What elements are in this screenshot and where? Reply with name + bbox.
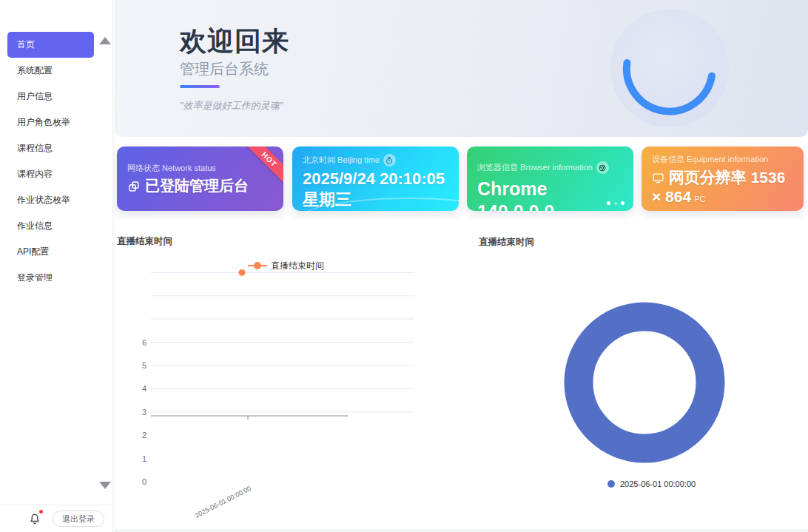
browser-info-card: 浏览器信息 Browser information Chrome 140.0.0…: [467, 147, 633, 211]
logout-button[interactable]: 退出登录: [53, 511, 104, 527]
svg-text:6: 6: [142, 338, 147, 347]
svg-text:3: 3: [142, 408, 147, 417]
welcome-banner: 欢迎回来 管理后台系统 "效率是做好工作的灵魂": [115, 0, 808, 137]
link-icon: [127, 180, 141, 193]
svg-text:1: 1: [142, 454, 147, 463]
app-root: 首页系统配置用户信息用户角色枚举课程信息课程内容作业状态枚举作业信息API配置登…: [0, 0, 808, 532]
stopwatch-icon: [383, 154, 396, 166]
device-info-label: 设备信息 Equipment information: [652, 154, 793, 165]
spinner-arc-icon: [610, 9, 729, 127]
sidebar-item-4[interactable]: 课程信息: [7, 135, 94, 161]
date-time-text: 2025/9/24 20:10:05: [303, 169, 448, 189]
svg-text:0: 0: [142, 477, 147, 486]
svg-text:直播结束时间: 直播结束时间: [271, 260, 324, 271]
sidebar-item-7[interactable]: 作业信息: [7, 213, 94, 239]
pie-chart: 直播结束时间 2025-06-01 00:00:00: [466, 229, 808, 511]
browser-version-value: Chrome 140.0.0.0: [477, 178, 623, 211]
decor-dots: [607, 201, 624, 205]
svg-text:2025-06-01 00:00:00: 2025-06-01 00:00:00: [620, 479, 696, 488]
browser-info-label: 浏览器信息 Browser information: [477, 161, 623, 174]
notification-badge: [39, 510, 43, 514]
network-status-value: 已登陆管理后台: [127, 177, 273, 195]
sidebar-menu: 首页系统配置用户信息用户角色枚举课程信息课程内容作业状态枚举作业信息API配置登…: [7, 32, 94, 291]
chrome-icon: [596, 161, 609, 174]
device-resolution-value: 网页分辨率 1536 × 864PC: [652, 168, 793, 207]
svg-text:5: 5: [142, 361, 147, 370]
title-underline: [180, 85, 220, 88]
sidebar-item-0[interactable]: 首页: [7, 32, 94, 58]
beijing-time-card: 北京时间 Beijing time 2025/9/24 20:10:05 星期三: [292, 147, 459, 211]
sidebar-item-9[interactable]: 登录管理: [7, 265, 94, 291]
page-title: 欢迎回来: [180, 24, 289, 60]
notification-bell-button[interactable]: [27, 511, 42, 526]
network-status-card: HOT 网络状态 Network status 已登陆管理后台: [117, 147, 283, 211]
browser-info-label-text: 浏览器信息 Browser information: [477, 162, 593, 173]
sidebar-item-6[interactable]: 作业状态枚举: [7, 187, 94, 213]
svg-text:2: 2: [142, 431, 147, 440]
network-status-label: 网络状态 Network status: [127, 163, 273, 174]
beijing-time-label: 北京时间 Beijing time: [303, 154, 448, 166]
sidebar-footer: 退出登录: [0, 505, 113, 532]
sidebar-item-1[interactable]: 系统配置: [7, 58, 94, 84]
loading-spinner: [610, 9, 729, 127]
page-subtitle: 管理后台系统: [180, 59, 269, 79]
line-chart: 直播结束时间 0123456直播结束时间2025-06-01 00:00:00: [115, 229, 462, 527]
next-section-edge: [115, 529, 808, 532]
menu-scroll-down-icon[interactable]: [99, 482, 111, 489]
beijing-time-label-text: 北京时间 Beijing time: [303, 155, 380, 166]
sidebar-item-3[interactable]: 用户角色枚举: [7, 110, 94, 135]
sidebar: 首页系统配置用户信息用户角色枚举课程信息课程内容作业状态枚举作业信息API配置登…: [0, 0, 113, 532]
menu-scroll-up-icon[interactable]: [99, 37, 111, 44]
device-info-card: 设备信息 Equipment information 网页分辨率 1536 × …: [642, 147, 804, 211]
line-chart-svg[interactable]: 0123456直播结束时间2025-06-01 00:00:00: [115, 229, 462, 527]
motto-quote: "效率是做好工作的灵魂": [180, 99, 283, 112]
sidebar-item-2[interactable]: 用户信息: [7, 84, 94, 110]
svg-text:2025-06-01 00:00:00: 2025-06-01 00:00:00: [194, 485, 252, 519]
sidebar-item-8[interactable]: API配置: [7, 239, 94, 265]
monitor-icon: [652, 172, 664, 184]
network-status-text: 已登陆管理后台: [145, 177, 249, 195]
bell-icon: [27, 511, 42, 526]
pie-chart-svg[interactable]: 2025-06-01 00:00:00: [466, 229, 808, 511]
resolution-text: 网页分辨率 1536 × 864: [652, 169, 785, 205]
pc-tag: PC: [694, 195, 705, 203]
sidebar-item-5[interactable]: 课程内容: [7, 161, 94, 187]
svg-text:4: 4: [142, 384, 147, 393]
